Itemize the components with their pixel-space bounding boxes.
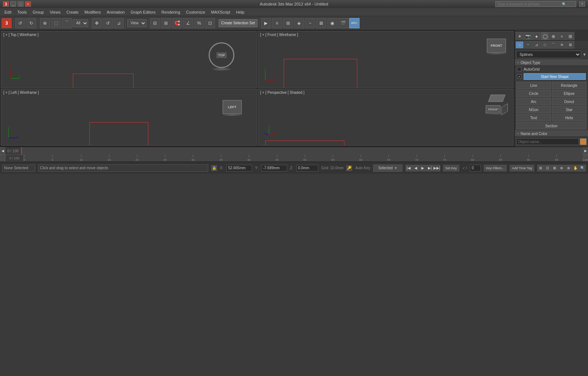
- selection-filter-dropdown[interactable]: All: [73, 19, 88, 27]
- section-button[interactable]: Section: [516, 122, 587, 130]
- panel-tab-helper[interactable]: ⊕: [549, 32, 557, 40]
- move-button[interactable]: ✥: [92, 18, 102, 28]
- timeline-track[interactable]: [21, 147, 583, 155]
- timeline-scroll-right[interactable]: ▶: [583, 147, 588, 155]
- lock-icon[interactable]: 🔒: [211, 165, 217, 171]
- key-filters-button[interactable]: Key Filters...: [484, 165, 507, 171]
- create-selection-set-button[interactable]: Create Selection Set: [219, 19, 258, 27]
- percent-snap-button[interactable]: %: [194, 18, 204, 28]
- material-editor-button[interactable]: ◉: [327, 18, 337, 28]
- tool-7[interactable]: 🔍: [579, 165, 586, 171]
- y-coord-input[interactable]: [261, 165, 287, 171]
- freeform-select-button[interactable]: ⌒: [62, 18, 72, 28]
- panel-tab-light[interactable]: ☀: [516, 32, 524, 40]
- start-new-shape-button[interactable]: Start New Shape: [524, 73, 586, 80]
- mirror-button[interactable]: ⊟: [150, 18, 160, 28]
- menu-maxscript[interactable]: MAXScript: [208, 8, 233, 16]
- search-input[interactable]: [496, 2, 562, 6]
- minimize-button[interactable]: _: [10, 1, 16, 7]
- tick-track[interactable]: 0510152025303540455055606570758085909510…: [24, 155, 583, 162]
- search-icon[interactable]: 🔍: [562, 2, 566, 6]
- viewport-front[interactable]: [ + [ Front [ Wireframe ] FRONT X Z: [258, 31, 514, 88]
- prev-frame-button[interactable]: ◀: [412, 165, 419, 171]
- object-name-input[interactable]: [516, 138, 579, 145]
- align-button[interactable]: ⊞: [161, 18, 171, 28]
- helix-button[interactable]: Helix: [552, 114, 587, 121]
- viewport-perspective[interactable]: [ + [ Perspective [ Shaded ] PERSP: [258, 89, 514, 146]
- tool-2[interactable]: ⊡: [544, 165, 551, 171]
- tool-1[interactable]: ⊞: [537, 165, 544, 171]
- schematic-view-button[interactable]: ⊠: [316, 18, 326, 28]
- z-coord-input[interactable]: [296, 165, 318, 171]
- viewport-left[interactable]: [ + [ Left [ Wireframe ] LEFT Y Z: [1, 89, 257, 146]
- snap-button[interactable]: 🧲: [172, 18, 182, 28]
- panel-subtab-sphere[interactable]: ○: [516, 41, 524, 49]
- go-end-button[interactable]: ▶▶|: [433, 165, 440, 171]
- go-start-button[interactable]: |◀: [405, 165, 412, 171]
- menu-edit[interactable]: Edit: [1, 8, 14, 16]
- menu-help[interactable]: Help: [233, 8, 248, 16]
- panel-subtab-spline[interactable]: ~: [524, 41, 532, 49]
- donut-button[interactable]: Donut: [552, 98, 587, 105]
- autogrid-checkbox[interactable]: [517, 67, 521, 71]
- help-icon[interactable]: ?: [579, 1, 585, 7]
- play-button[interactable]: ▶: [419, 165, 426, 171]
- menu-create[interactable]: Create: [63, 8, 81, 16]
- panel-subtab-bezier[interactable]: ⊿: [532, 41, 541, 49]
- select-region-button[interactable]: ⬚: [51, 18, 61, 28]
- menu-animation[interactable]: Animation: [104, 8, 128, 16]
- search-bar[interactable]: 🔍: [495, 1, 576, 7]
- ngon-button[interactable]: NGon: [516, 106, 551, 113]
- object-properties-button[interactable]: ◈: [294, 18, 304, 28]
- selected-dropdown[interactable]: Selected ▼: [373, 164, 403, 172]
- tool-3[interactable]: ⊠: [551, 165, 558, 171]
- star-button[interactable]: Star: [552, 106, 587, 113]
- restore-button[interactable]: □: [18, 1, 24, 7]
- tool-5[interactable]: ⊗: [565, 165, 572, 171]
- object-type-header[interactable]: Object Type: [515, 60, 588, 66]
- line-button[interactable]: Line: [516, 82, 551, 89]
- panel-tab-geometry[interactable]: ●: [532, 32, 541, 40]
- panel-subtab-nurbs[interactable]: ⌒: [549, 41, 557, 49]
- set-key-button[interactable]: Set Key: [443, 165, 459, 171]
- menu-customize[interactable]: Customize: [183, 8, 208, 16]
- name-and-color-header[interactable]: Name and Color: [515, 131, 588, 137]
- panel-tab-systems[interactable]: ⊞: [566, 32, 574, 40]
- manage-layers-button[interactable]: ⊞: [283, 18, 293, 28]
- color-swatch[interactable]: [580, 138, 587, 145]
- close-button[interactable]: ✕: [25, 1, 31, 7]
- angle-snap-button[interactable]: ∠: [183, 18, 193, 28]
- menu-group[interactable]: Group: [30, 8, 47, 16]
- circle-button[interactable]: Circle: [516, 90, 551, 97]
- tool-4[interactable]: ⊕: [558, 165, 565, 171]
- arc-button[interactable]: ARC: [349, 18, 359, 28]
- panel-tab-shape[interactable]: ◯: [541, 32, 549, 40]
- panel-tab-spacewarp[interactable]: ≈: [558, 32, 566, 40]
- panel-tab-camera[interactable]: 📷: [524, 32, 532, 40]
- viewport-top[interactable]: [ + [ Top [ Wireframe ] TOP Y Z: [1, 31, 257, 88]
- panel-subtab-compound[interactable]: ⊞: [566, 41, 574, 49]
- spinner-snap-button[interactable]: ⊡: [205, 18, 215, 28]
- redo-button[interactable]: ↻: [26, 18, 36, 28]
- panel-subtab-dynamics[interactable]: ≋: [558, 41, 566, 49]
- add-time-tag-button[interactable]: Add Time Tag: [510, 165, 534, 171]
- arc-button[interactable]: Arc: [516, 98, 551, 105]
- key-icon[interactable]: 🔑: [346, 165, 352, 171]
- menu-modifiers[interactable]: Modifiers: [81, 8, 104, 16]
- splines-dropdown[interactable]: Splines: [516, 51, 581, 58]
- rotate-button[interactable]: ↺: [103, 18, 113, 28]
- menu-tools[interactable]: Tools: [14, 8, 30, 16]
- scale-button[interactable]: ⊿: [114, 18, 124, 28]
- frame-input[interactable]: [470, 165, 481, 171]
- x-coord-input[interactable]: [226, 165, 252, 171]
- rectangle-button[interactable]: Rectangle: [552, 82, 587, 89]
- panel-subtab-patch[interactable]: □: [541, 41, 549, 49]
- select-object-button[interactable]: ⊕: [40, 18, 50, 28]
- tool-6[interactable]: ✋: [572, 165, 579, 171]
- start-new-shape-checkbox[interactable]: ✓: [517, 74, 521, 79]
- next-frame-button[interactable]: ▶|: [426, 165, 433, 171]
- menu-views[interactable]: Views: [47, 8, 63, 16]
- render-button[interactable]: 🎬: [338, 18, 348, 28]
- undo-button[interactable]: ↺: [15, 18, 25, 28]
- layer-button[interactable]: ≡: [272, 18, 282, 28]
